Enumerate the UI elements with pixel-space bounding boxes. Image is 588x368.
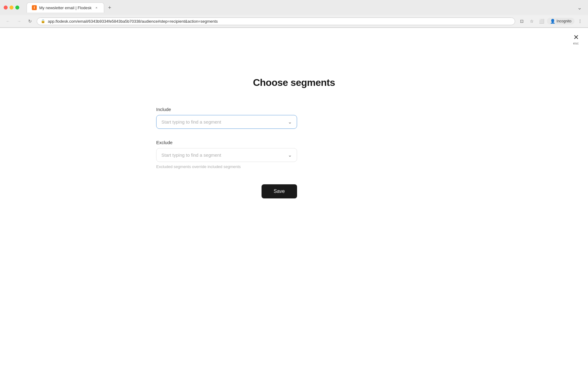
tab-title: My newsletter email | Flodesk: [39, 6, 92, 10]
tab-close-button[interactable]: ×: [94, 5, 99, 10]
exclude-placeholder: Start typing to find a segment: [161, 152, 288, 158]
exclude-hint: Excluded segments override included segm…: [156, 164, 432, 169]
toolbar-actions: ⊡ ☆ ⬜ 👤 Incognito ⋮: [518, 17, 584, 25]
new-tab-button[interactable]: +: [105, 3, 114, 12]
include-section: Include Start typing to find a segment ⌄: [156, 107, 432, 129]
browser-tab[interactable]: f My newsletter email | Flodesk ×: [27, 2, 104, 13]
main-container: Choose segments Include Start typing to …: [156, 28, 432, 198]
traffic-light-maximize[interactable]: [15, 6, 19, 10]
esc-label: esc: [573, 41, 579, 45]
bookmark-icon[interactable]: ☆: [527, 17, 536, 25]
save-button[interactable]: Save: [262, 184, 297, 198]
reload-button[interactable]: ↻: [26, 17, 34, 25]
exclude-label: Exclude: [156, 140, 432, 145]
url-text: app.flodesk.com/email/6343b9334fe5843ba5…: [48, 19, 218, 24]
exclude-section: Exclude Start typing to find a segment ⌄…: [156, 140, 432, 169]
include-dropdown[interactable]: Start typing to find a segment ⌄: [156, 115, 297, 129]
save-btn-container: Save: [156, 184, 297, 198]
window-controls-icon[interactable]: ⌄: [575, 3, 584, 12]
include-placeholder: Start typing to find a segment: [161, 119, 288, 125]
sidebar-icon[interactable]: ⬜: [537, 17, 546, 25]
traffic-light-close[interactable]: [4, 6, 8, 10]
traffic-lights: [4, 6, 19, 10]
incognito-badge: 👤 Incognito: [547, 18, 575, 25]
browser-titlebar: f My newsletter email | Flodesk × + ⌄: [0, 0, 588, 15]
browser-toolbar: ← → ↻ 🔒 app.flodesk.com/email/6343b9334f…: [0, 15, 588, 28]
include-label: Include: [156, 107, 432, 112]
forward-button[interactable]: →: [15, 17, 23, 25]
exclude-dropdown[interactable]: Start typing to find a segment ⌄: [156, 148, 297, 162]
traffic-light-minimize[interactable]: [9, 6, 13, 10]
close-button[interactable]: ✕ esc: [573, 34, 579, 45]
incognito-label: Incognito: [556, 19, 571, 23]
lock-icon: 🔒: [41, 19, 45, 23]
page-title: Choose segments: [156, 77, 432, 88]
include-chevron-icon: ⌄: [288, 119, 292, 125]
browser-chrome: f My newsletter email | Flodesk × + ⌄ ← …: [0, 0, 588, 28]
back-button[interactable]: ←: [4, 17, 12, 25]
cast-icon[interactable]: ⊡: [518, 17, 526, 25]
browser-menu-button[interactable]: ⋮: [576, 17, 584, 25]
tab-favicon: f: [32, 5, 37, 10]
page-content: ✕ esc Choose segments Include Start typi…: [0, 28, 588, 368]
tab-bar: f My newsletter email | Flodesk × +: [24, 2, 114, 13]
address-bar[interactable]: 🔒 app.flodesk.com/email/6343b9334fe5843b…: [37, 17, 515, 25]
exclude-chevron-icon: ⌄: [288, 152, 292, 158]
close-x-icon: ✕: [573, 34, 579, 41]
